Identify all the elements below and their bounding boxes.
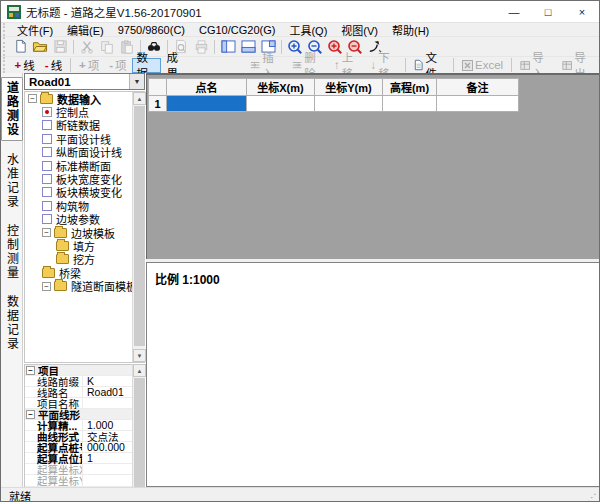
column-header-coord-y[interactable]: 坐标Y(m) <box>315 79 383 96</box>
column-header-point-name[interactable]: 点名 <box>167 79 247 96</box>
scroll-down-icon[interactable]: ▼ <box>133 349 146 362</box>
menu-tools[interactable]: 工具(Q) <box>282 23 334 36</box>
collapse-icon[interactable]: − <box>28 94 37 103</box>
data-view-button[interactable]: 数据 <box>132 58 162 73</box>
tab-level-record[interactable]: 水准记录 <box>2 150 22 212</box>
delete-row-button[interactable]: 删除 <box>287 58 329 73</box>
collapse-icon[interactable]: − <box>42 228 51 237</box>
control-points-table: 点名 坐标X(m) 坐标Y(m) 高程(m) 备注 1 <box>148 78 519 112</box>
scroll-thumb[interactable] <box>134 106 145 346</box>
chevron-down-icon[interactable]: ▼ <box>129 74 144 89</box>
data-table-panel: 点名 坐标X(m) 坐标Y(m) 高程(m) 备注 1 <box>146 73 600 259</box>
toolbar-grip <box>3 57 8 73</box>
status-text: 就绪 <box>1 488 31 502</box>
results-view-button[interactable]: 成果 <box>161 58 191 73</box>
app-icon <box>7 5 21 19</box>
add-item-button[interactable]: +项 <box>74 58 104 73</box>
new-file-icon[interactable] <box>10 38 30 56</box>
menu-view[interactable]: 视图(V) <box>334 23 385 36</box>
selected-node-icon <box>42 107 52 117</box>
toolbar-separator <box>214 40 215 54</box>
copy-icon[interactable] <box>97 38 117 56</box>
minimize-button[interactable]: — <box>497 1 531 22</box>
edit-toolbar: +线 -线 +项 -项 数据 成果 插入 删除 ↑上移 ↓下移 文件 Excel… <box>1 57 599 73</box>
tab-road-survey[interactable]: 道路测设 <box>1 77 23 141</box>
print-icon[interactable] <box>191 38 211 56</box>
tab-data-record[interactable]: 数据记录 <box>2 292 22 354</box>
table-row: 1 <box>149 96 519 112</box>
scroll-up-icon[interactable]: ▲ <box>133 92 146 105</box>
column-header-remark[interactable]: 备注 <box>437 79 519 96</box>
toolbar-separator <box>405 58 406 72</box>
column-header-elevation[interactable]: 高程(m) <box>383 79 437 96</box>
navigation-panel: Road01 ▼ −数据输入 控制点 断链数据 平面设计线 纵断面设计线 标准横… <box>23 73 146 487</box>
folder-icon <box>42 268 55 278</box>
plan-view-canvas[interactable]: 比例 1:1000 <box>146 262 600 487</box>
remove-line-button[interactable]: -线 <box>40 58 67 73</box>
node-icon <box>42 214 52 224</box>
scale-label: 比例 1:1000 <box>147 263 600 287</box>
tree-item-cut[interactable]: 挖方 <box>25 253 144 266</box>
move-up-button[interactable]: ↑上移 <box>329 58 366 73</box>
menu-edit[interactable]: 编辑(E) <box>60 23 111 36</box>
scroll-thumb[interactable] <box>134 378 145 502</box>
row-header[interactable]: 1 <box>149 96 167 112</box>
close-button[interactable]: × <box>565 1 599 22</box>
toolbar-grip <box>3 37 8 56</box>
move-down-button[interactable]: ↓下移 <box>366 58 403 73</box>
layout-bottom-icon[interactable] <box>238 38 258 56</box>
column-header-coord-x[interactable]: 坐标X(m) <box>247 79 315 96</box>
add-line-button[interactable]: +线 <box>10 58 40 73</box>
node-icon <box>42 201 52 211</box>
table-corner-cell <box>149 79 167 96</box>
insert-row-button[interactable]: 插入 <box>245 58 287 73</box>
toolbar-grip <box>3 23 8 36</box>
resize-grip-icon[interactable]: ⋰ <box>587 492 597 502</box>
excel-button[interactable]: Excel <box>457 58 508 73</box>
tree-scrollbar[interactable]: ▲ ▼ <box>132 92 145 362</box>
toolbar-separator <box>511 58 512 72</box>
tab-control-survey[interactable]: 控制测量 <box>2 221 22 283</box>
remove-item-button[interactable]: -项 <box>104 58 131 73</box>
import-button[interactable]: 导入 <box>515 58 557 73</box>
toolbar-separator <box>70 58 71 72</box>
open-file-icon[interactable] <box>30 38 50 56</box>
cell-coord-x[interactable] <box>247 96 315 112</box>
cell-elevation[interactable] <box>383 96 437 112</box>
title-bar: 无标题 - 道路之星V1.56-20170901 — □ × <box>1 1 599 23</box>
toolbar-separator <box>453 58 454 72</box>
zoom-in-icon[interactable] <box>285 38 305 56</box>
folder-open-icon <box>40 94 53 104</box>
folder-icon <box>56 241 69 251</box>
tree-item-tunnel-section-template[interactable]: −隧道断面模板 <box>25 279 144 292</box>
cell-point-name-selected[interactable] <box>167 96 247 112</box>
node-icon <box>42 120 52 130</box>
save-file-icon[interactable] <box>50 38 70 56</box>
folder-icon <box>54 281 67 291</box>
road-selector-value: Road01 <box>25 76 129 88</box>
export-button[interactable]: 导出 <box>557 58 599 73</box>
property-grid-scrollbar[interactable]: ▲ ▼ <box>132 364 145 502</box>
data-input-tree: −数据输入 控制点 断链数据 平面设计线 纵断面设计线 标准横断面 板块宽度变化… <box>24 91 145 363</box>
cut-icon[interactable] <box>77 38 97 56</box>
scroll-up-icon[interactable]: ▲ <box>133 364 146 377</box>
collapse-icon[interactable]: − <box>42 282 51 291</box>
toolbar-separator <box>73 40 74 54</box>
property-grid: −项目 线路前缀K 线路名Road01 项目名称 −平面线形 计算精...1.0… <box>24 364 145 502</box>
file-button[interactable]: 文件 <box>409 58 450 73</box>
menu-help[interactable]: 帮助(H) <box>385 23 436 36</box>
module-tab-strip: 道路测设 水准记录 控制测量 数据记录 <box>1 73 23 487</box>
folder-icon <box>56 254 69 264</box>
layout-left-icon[interactable] <box>218 38 238 56</box>
cell-remark[interactable] <box>437 96 519 112</box>
road-selector[interactable]: Road01 ▼ <box>24 73 145 90</box>
cell-coord-y[interactable] <box>315 96 383 112</box>
window-title: 无标题 - 道路之星V1.56-20170901 <box>26 4 202 20</box>
menu-cg10-cg20[interactable]: CG10/CG20(G) <box>192 23 282 36</box>
menu-file[interactable]: 文件(F) <box>10 23 60 36</box>
paste-icon[interactable] <box>117 38 137 56</box>
maximize-button[interactable]: □ <box>531 1 565 22</box>
menu-9750-9860[interactable]: 9750/9860(C) <box>111 23 192 36</box>
node-icon <box>42 187 52 197</box>
status-bar: 就绪 ⋰ <box>1 487 599 502</box>
